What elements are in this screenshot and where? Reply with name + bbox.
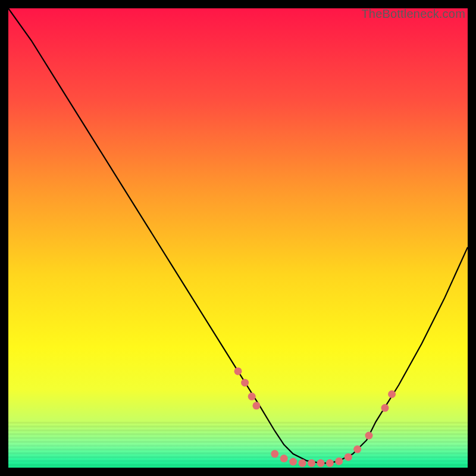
svg-rect-7: [8, 449, 468, 450]
highlight-dot: [271, 450, 278, 458]
svg-rect-0: [8, 422, 468, 424]
highlight-dot: [365, 432, 373, 440]
svg-rect-9: [8, 456, 468, 458]
highlight-dot: [289, 458, 297, 466]
highlight-dot: [308, 459, 315, 467]
highlight-dot: [299, 459, 306, 467]
svg-rect-3: [8, 433, 468, 435]
highlight-dot: [335, 458, 343, 465]
highlight-dot: [241, 379, 249, 387]
highlight-dot: [280, 455, 288, 462]
svg-rect-5: [8, 441, 468, 443]
svg-rect-4: [8, 437, 468, 439]
bottleneck-chart: [8, 8, 468, 468]
highlight-dot: [252, 402, 260, 409]
svg-rect-8: [8, 452, 468, 454]
svg-rect-6: [8, 444, 468, 446]
highlight-dot: [234, 367, 242, 375]
highlight-dot: [317, 459, 325, 467]
svg-rect-2: [8, 430, 468, 431]
highlight-dot: [326, 459, 334, 467]
highlight-dot: [248, 393, 256, 400]
watermark-text: TheBottleneck.com: [361, 7, 465, 21]
gradient-background: [8, 8, 468, 468]
highlight-dot: [388, 390, 396, 398]
highlight-dot: [381, 404, 389, 412]
svg-rect-10: [8, 460, 468, 462]
chart-frame: TheBottleneck.com: [8, 8, 468, 468]
highlight-dot: [353, 446, 361, 453]
svg-rect-11: [8, 464, 468, 466]
highlight-dot: [345, 453, 352, 461]
svg-rect-1: [8, 425, 468, 427]
